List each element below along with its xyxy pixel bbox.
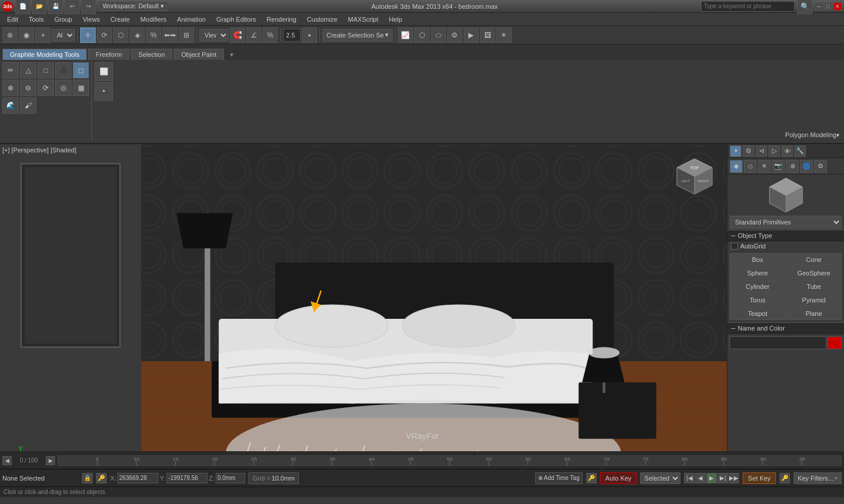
anim-prev-btn[interactable]: ◀ xyxy=(695,473,706,483)
menu-animation[interactable]: Animation xyxy=(172,15,210,24)
systems-icon[interactable]: ⚙ xyxy=(814,160,827,173)
geosphere-btn[interactable]: GeoSphere xyxy=(786,267,842,280)
teapot-btn[interactable]: Teapot xyxy=(730,307,785,320)
edit-geom-btn[interactable]: △ xyxy=(20,62,36,79)
y-coord-input[interactable] xyxy=(166,473,207,483)
menu-modifiers[interactable]: Modifiers xyxy=(135,15,171,24)
anim-next-btn[interactable]: ▶| xyxy=(717,473,728,483)
select-manip-btn[interactable]: ◈ xyxy=(130,28,145,43)
tab-freeform[interactable]: Freeform xyxy=(88,49,130,60)
menu-help[interactable]: Help xyxy=(384,15,407,24)
open-file-btn[interactable]: 📂 xyxy=(32,0,47,14)
invert-sel-btn[interactable]: ⬛ xyxy=(55,62,72,79)
spacewarps-icon[interactable]: 🌀 xyxy=(800,160,813,173)
shrink-btn[interactable]: ⊖ xyxy=(20,80,36,96)
hierarchy-panel-btn[interactable]: ⊲ xyxy=(755,145,767,157)
geometry-icon[interactable]: ◆ xyxy=(730,160,743,173)
create-selection-dropdown[interactable]: Create Selection Se ▾ xyxy=(322,29,393,42)
active-shade-btn[interactable]: ☀ xyxy=(496,28,512,43)
grow-btn[interactable]: ⊕ xyxy=(2,80,19,96)
auto-key-btn[interactable]: Auto Key xyxy=(600,472,637,484)
undo-btn[interactable]: ↩ xyxy=(64,0,80,14)
set-key-icon-btn[interactable]: 🔑 xyxy=(780,473,790,483)
maximize-btn[interactable]: □ xyxy=(824,2,832,11)
paint-sel-btn[interactable]: 🖌 xyxy=(20,97,36,114)
percent-snap-btn[interactable]: % xyxy=(146,28,161,43)
menu-rendering[interactable]: Rendering xyxy=(262,15,301,24)
render-frame-btn[interactable]: 🖼 xyxy=(480,28,495,43)
tube-btn[interactable]: Tube xyxy=(786,280,842,293)
keyword-search-input[interactable] xyxy=(701,1,795,12)
ribbon-expand-btn[interactable]: ▼ xyxy=(225,50,238,60)
anim-play-btn[interactable]: ▶ xyxy=(706,473,717,483)
set-key-btn[interactable]: Set Key xyxy=(743,472,776,484)
viewport-area[interactable]: [+] [Perspective] [Shaded] xyxy=(0,144,727,451)
key-filters-btn[interactable]: Key Filters... ▾ xyxy=(794,472,842,484)
sel-mode-btn[interactable]: ◻ xyxy=(73,62,89,79)
schematic-view-btn[interactable]: ⬡ xyxy=(414,28,430,43)
pyramid-btn[interactable]: Pyramid xyxy=(786,294,842,307)
tab-selection[interactable]: Selection xyxy=(131,49,172,60)
torus-btn[interactable]: Torus xyxy=(730,294,785,307)
mirror-btn[interactable]: ⬅➡ xyxy=(162,28,178,43)
close-btn[interactable]: ✕ xyxy=(833,2,842,11)
select-rotate-btn[interactable]: ⟳ xyxy=(97,28,112,43)
tab-graphite-modeling[interactable]: Graphite Modeling Tools xyxy=(2,49,87,60)
motion-panel-btn[interactable]: ▷ xyxy=(768,145,780,157)
lights-icon[interactable]: ☀ xyxy=(758,160,771,173)
edit-poly-btn[interactable]: ✏ xyxy=(2,62,19,79)
select-all-btn[interactable]: □ xyxy=(38,62,54,79)
timeline-track[interactable]: 5 10 15 20 25 30 35 40 45 50 55 60 65 70… xyxy=(57,455,842,466)
menu-maxscript[interactable]: MAXScript xyxy=(343,15,383,24)
lock-selection-btn[interactable]: 🔒 xyxy=(82,473,93,483)
material-editor-btn[interactable]: ⬭ xyxy=(431,28,446,43)
key-icon-btn[interactable]: 🔑 xyxy=(586,473,597,483)
cone-btn[interactable]: Cone xyxy=(786,253,842,266)
x-coord-input[interactable] xyxy=(117,473,158,483)
cylinder-btn[interactable]: Cylinder xyxy=(730,280,785,293)
name-color-header[interactable]: ─ Name and Color xyxy=(727,322,844,334)
help-search-btn[interactable]: 🔍 xyxy=(797,0,812,14)
new-file-btn[interactable]: 📄 xyxy=(15,0,30,14)
percent-snap2-btn[interactable]: % xyxy=(263,28,278,43)
object-type-header[interactable]: ─ Object Type xyxy=(727,230,844,241)
select-scale-btn[interactable]: ⬡ xyxy=(113,28,128,43)
angle-snap-btn[interactable]: ∠ xyxy=(246,28,261,43)
utilities-panel-btn[interactable]: 🔧 xyxy=(794,145,806,157)
menu-customize[interactable]: Customize xyxy=(302,15,342,24)
loop-btn[interactable]: ⟳ xyxy=(38,80,54,96)
shapes-icon[interactable]: ◇ xyxy=(744,160,757,173)
color-swatch-btn[interactable] xyxy=(828,336,842,349)
menu-tools[interactable]: Tools xyxy=(24,15,49,24)
selection-lock-btn[interactable]: 🔑 xyxy=(96,473,107,483)
object-name-input[interactable] xyxy=(730,336,826,349)
box-btn[interactable]: Box xyxy=(730,253,785,266)
cameras-icon[interactable]: 📷 xyxy=(772,160,785,173)
curve-editor-btn[interactable]: 📈 xyxy=(398,28,413,43)
tab-object-paint[interactable]: Object Paint xyxy=(173,49,224,60)
standard-primitives-dropdown[interactable]: Standard Primitives xyxy=(730,216,842,229)
autogrid-checkbox[interactable] xyxy=(731,243,738,250)
minimize-btn[interactable]: ─ xyxy=(815,2,823,11)
menu-graph-editors[interactable]: Graph Editors xyxy=(212,15,261,24)
create-panel-btn[interactable]: ✦ xyxy=(730,145,741,157)
display-panel-btn[interactable]: 👁 xyxy=(781,145,793,157)
menu-create[interactable]: Create xyxy=(106,15,134,24)
vtx-sel-btn[interactable]: • xyxy=(94,82,113,101)
timeline-prev-btn[interactable]: ◀ xyxy=(2,456,12,465)
modify-panel-btn[interactable]: ⚙ xyxy=(743,145,754,157)
polygon-sel-btn[interactable]: ⬜ xyxy=(94,62,113,81)
plane-btn[interactable]: Plane xyxy=(786,307,842,320)
redo-btn[interactable]: ↪ xyxy=(81,0,96,14)
anim-last-btn[interactable]: ▶▶ xyxy=(729,473,739,483)
menu-group[interactable]: Group xyxy=(50,15,77,24)
select-region-btn[interactable]: ⌖ xyxy=(35,28,50,43)
select-by-name-btn[interactable]: ◉ xyxy=(19,28,34,43)
menu-edit[interactable]: Edit xyxy=(2,15,23,24)
render-setup-btn[interactable]: ⚙ xyxy=(447,28,462,43)
select-move-btn[interactable]: ✛ xyxy=(80,28,96,43)
quick-render-btn[interactable]: ▶ xyxy=(464,28,479,43)
reference-dropdown[interactable]: View xyxy=(199,29,229,42)
ring-btn[interactable]: ◎ xyxy=(55,80,72,96)
polygon-modeling-label[interactable]: Polygon Modeling xyxy=(785,131,836,138)
